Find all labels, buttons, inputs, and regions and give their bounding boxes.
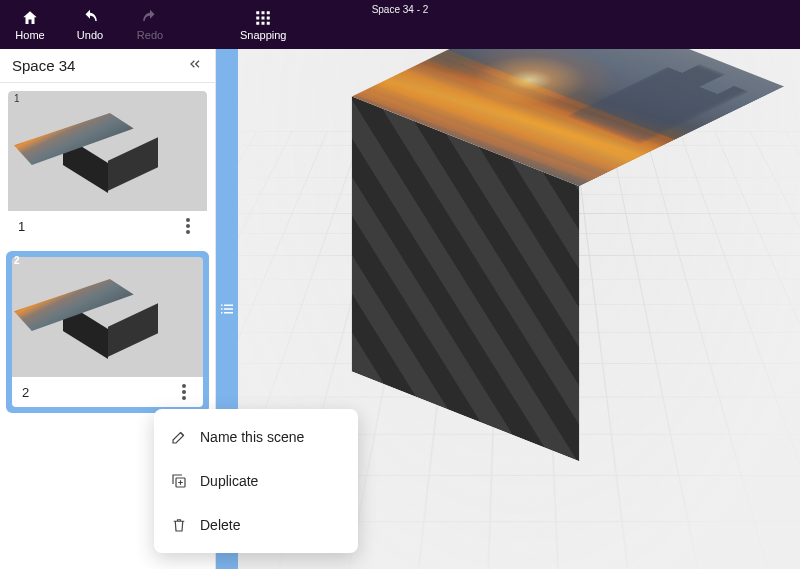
scene-card[interactable]: 1 1: [6, 89, 209, 243]
sidebar-header: Space 34: [0, 49, 215, 83]
redo-label: Redo: [137, 29, 163, 41]
scene-context-menu: Name this scene Duplicate Delete: [154, 409, 358, 553]
home-label: Home: [15, 29, 44, 41]
duplicate-label: Duplicate: [200, 473, 258, 489]
undo-button[interactable]: Undo: [70, 9, 110, 41]
snapping-icon: [254, 9, 272, 27]
rename-scene-item[interactable]: Name this scene: [154, 415, 358, 459]
scene-name: 1: [18, 219, 25, 234]
scene-index: 2: [14, 255, 20, 266]
trash-icon: [170, 516, 188, 534]
scene-menu-button[interactable]: [179, 218, 197, 234]
duplicate-icon: [170, 472, 188, 490]
duplicate-scene-item[interactable]: Duplicate: [154, 459, 358, 503]
snapping-button[interactable]: Snapping: [240, 9, 287, 41]
scene-thumbnail: [63, 282, 153, 352]
undo-icon: [81, 9, 99, 27]
title-bar: Space 34 - 2: [372, 4, 429, 15]
scene-menu-button[interactable]: [175, 384, 193, 400]
scene-card[interactable]: 2 2: [6, 251, 209, 413]
scene-name: 2: [22, 385, 29, 400]
toolbar: Space 34 - 2 Home Undo Redo Snapping: [0, 0, 800, 49]
collapse-button[interactable]: [187, 56, 203, 76]
space-title: Space 34: [12, 57, 75, 74]
home-button[interactable]: Home: [10, 9, 50, 41]
list-icon: [218, 300, 236, 318]
snapping-label: Snapping: [240, 29, 287, 41]
scene-object-cube[interactable]: [454, 49, 681, 411]
scene-index: 1: [14, 93, 20, 104]
undo-label: Undo: [77, 29, 103, 41]
scene-thumbnail: [63, 116, 153, 186]
edit-icon: [170, 428, 188, 446]
delete-label: Delete: [200, 517, 240, 533]
chevron-double-left-icon: [187, 56, 203, 72]
delete-scene-item[interactable]: Delete: [154, 503, 358, 547]
redo-icon: [141, 9, 159, 27]
redo-button: Redo: [130, 9, 170, 41]
rename-label: Name this scene: [200, 429, 304, 445]
home-icon: [21, 9, 39, 27]
